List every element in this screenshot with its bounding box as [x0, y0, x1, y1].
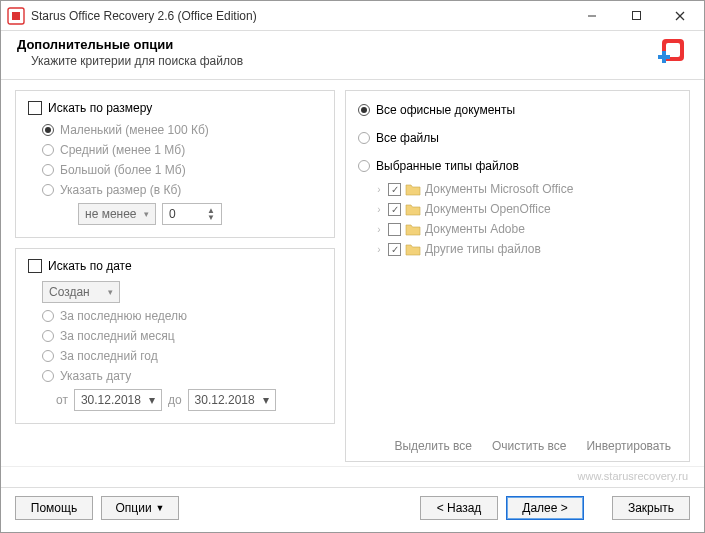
date-from-input[interactable]: 30.12.2018 ▾ [74, 389, 162, 411]
close-dialog-label: Закрыть [628, 501, 674, 515]
options-button[interactable]: Опции ▼ [101, 496, 179, 520]
size-medium-radio[interactable] [42, 144, 54, 156]
date-week-label: За последнюю неделю [60, 309, 187, 323]
date-to-input[interactable]: 30.12.2018 ▾ [188, 389, 276, 411]
folder-icon [405, 182, 421, 196]
minimize-button[interactable] [570, 2, 614, 30]
select-all-link[interactable]: Выделить все [394, 439, 472, 453]
close-button[interactable] [658, 2, 702, 30]
date-to-label: до [168, 393, 182, 407]
size-custom-radio[interactable] [42, 184, 54, 196]
tree-checkbox[interactable]: ✓ [388, 243, 401, 256]
size-large-radio[interactable] [42, 164, 54, 176]
svg-rect-1 [12, 12, 20, 20]
types-all-label: Все файлы [376, 131, 439, 145]
chevron-right-icon[interactable]: › [374, 224, 384, 235]
tree-item[interactable]: › Документы Adobe [374, 219, 677, 239]
right-column: Все офисные документы Все файлы Выбранны… [345, 90, 690, 462]
office-recovery-icon [656, 37, 688, 69]
help-button-label: Помощь [31, 501, 77, 515]
size-medium-label: Средний (менее 1 Мб) [60, 143, 185, 157]
date-month-label: За последний месяц [60, 329, 175, 343]
types-all-radio[interactable] [358, 132, 370, 144]
file-types-tree: › ✓ Документы Microsoft Office › ✓ Докум… [374, 179, 677, 429]
tree-item[interactable]: › ✓ Документы OpenOffice [374, 199, 677, 219]
size-large-label: Большой (более 1 Мб) [60, 163, 186, 177]
left-column: Искать по размеру Маленький (менее 100 К… [15, 90, 335, 462]
size-groupbox: Искать по размеру Маленький (менее 100 К… [15, 90, 335, 238]
size-value-input[interactable]: 0 ▲▼ [162, 203, 222, 225]
date-week-radio[interactable] [42, 310, 54, 322]
page-title: Дополнительные опции [17, 37, 648, 52]
app-icon [7, 7, 25, 25]
tree-item-label: Документы Adobe [425, 222, 525, 236]
chevron-down-icon: ▼ [156, 503, 165, 513]
date-custom-radio[interactable] [42, 370, 54, 382]
date-from-label: от [56, 393, 68, 407]
size-condition-value: не менее [85, 207, 137, 221]
date-to-value: 30.12.2018 [195, 393, 255, 407]
spinner-icon[interactable]: ▲▼ [207, 207, 215, 221]
size-value-text: 0 [169, 207, 176, 221]
folder-icon [405, 242, 421, 256]
types-selected-label: Выбранные типы файлов [376, 159, 519, 173]
chevron-down-icon: ▾ [144, 209, 149, 219]
types-selected-radio[interactable] [358, 160, 370, 172]
date-enable-checkbox[interactable] [28, 259, 42, 273]
file-types-groupbox: Все офисные документы Все файлы Выбранны… [345, 90, 690, 462]
size-condition-select[interactable]: не менее ▾ [78, 203, 156, 225]
tree-item[interactable]: › ✓ Другие типы файлов [374, 239, 677, 259]
tree-checkbox[interactable]: ✓ [388, 183, 401, 196]
date-type-value: Создан [49, 285, 90, 299]
back-button[interactable]: < Назад [420, 496, 498, 520]
svg-rect-7 [666, 43, 680, 57]
tree-actions: Выделить все Очистить все Инвертировать [358, 435, 677, 453]
page-header: Дополнительные опции Укажите критерии дл… [1, 31, 704, 80]
folder-icon [405, 202, 421, 216]
size-small-radio[interactable] [42, 124, 54, 136]
date-from-value: 30.12.2018 [81, 393, 141, 407]
date-month-radio[interactable] [42, 330, 54, 342]
chevron-down-icon: ▾ [263, 393, 269, 407]
watermark-link[interactable]: www.starusrecovery.ru [1, 466, 704, 487]
chevron-right-icon[interactable]: › [374, 244, 384, 255]
svg-rect-3 [632, 12, 640, 20]
next-button-label: Далее > [522, 501, 568, 515]
date-custom-label: Указать дату [60, 369, 131, 383]
tree-item[interactable]: › ✓ Документы Microsoft Office [374, 179, 677, 199]
date-type-select[interactable]: Создан ▾ [42, 281, 120, 303]
size-small-label: Маленький (менее 100 Кб) [60, 123, 209, 137]
tree-checkbox[interactable]: ✓ [388, 203, 401, 216]
tree-item-label: Другие типы файлов [425, 242, 541, 256]
date-year-label: За последний год [60, 349, 158, 363]
help-button[interactable]: Помощь [15, 496, 93, 520]
size-enable-label: Искать по размеру [48, 101, 152, 115]
date-year-radio[interactable] [42, 350, 54, 362]
chevron-right-icon[interactable]: › [374, 184, 384, 195]
close-dialog-button[interactable]: Закрыть [612, 496, 690, 520]
content: Искать по размеру Маленький (менее 100 К… [1, 80, 704, 466]
maximize-button[interactable] [614, 2, 658, 30]
chevron-down-icon: ▾ [108, 287, 113, 297]
chevron-down-icon: ▾ [149, 393, 155, 407]
next-button[interactable]: Далее > [506, 496, 584, 520]
invert-link[interactable]: Инвертировать [586, 439, 671, 453]
size-enable-checkbox[interactable] [28, 101, 42, 115]
date-groupbox: Искать по дате Создан ▾ За последнюю нед… [15, 248, 335, 424]
chevron-right-icon[interactable]: › [374, 204, 384, 215]
clear-all-link[interactable]: Очистить все [492, 439, 566, 453]
size-custom-label: Указать размер (в Кб) [60, 183, 181, 197]
titlebar: Starus Office Recovery 2.6 (Office Editi… [1, 1, 704, 31]
tree-checkbox[interactable] [388, 223, 401, 236]
folder-icon [405, 222, 421, 236]
tree-item-label: Документы OpenOffice [425, 202, 551, 216]
types-office-label: Все офисные документы [376, 103, 515, 117]
footer: Помощь Опции ▼ < Назад Далее > Закрыть [1, 487, 704, 532]
page-subtitle: Укажите критерии для поиска файлов [31, 54, 648, 68]
window-title: Starus Office Recovery 2.6 (Office Editi… [31, 9, 570, 23]
tree-item-label: Документы Microsoft Office [425, 182, 573, 196]
options-button-label: Опции [115, 501, 151, 515]
date-enable-label: Искать по дате [48, 259, 132, 273]
back-button-label: < Назад [437, 501, 482, 515]
types-office-radio[interactable] [358, 104, 370, 116]
